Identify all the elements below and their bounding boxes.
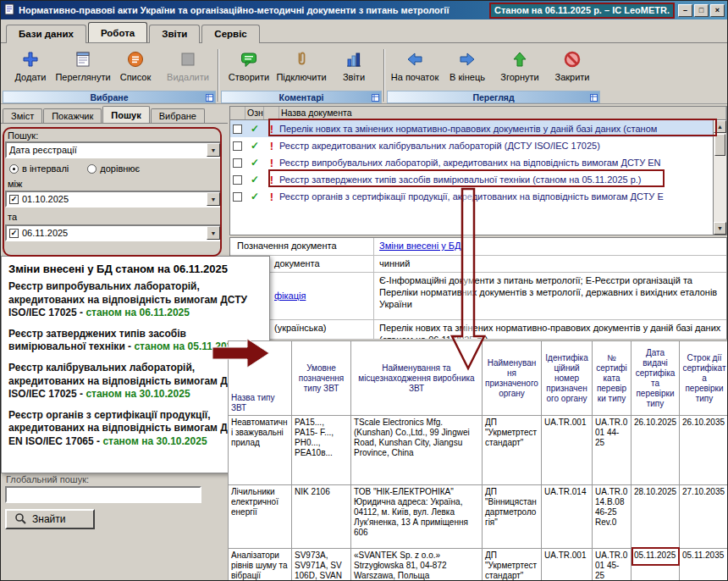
list-button[interactable]: Список: [110, 47, 161, 89]
type-table-row[interactable]: Неавтоматичні зважувальні прилад РА15...…: [229, 416, 728, 485]
ex-icon: [264, 140, 279, 152]
search-label: Пошук:: [8, 130, 38, 141]
check-icon: [245, 174, 264, 185]
document-row[interactable]: Реєстр затверджених типів засобів вимірю…: [230, 171, 713, 188]
window-controls: – □ ×: [678, 4, 725, 17]
cell-body-id: UA.TR.001: [542, 416, 593, 485]
delete-button[interactable]: Видалити: [163, 47, 213, 89]
group-caption-favorites: Вибране: [3, 91, 216, 103]
toolbar-group-comments: Створити Підключити Звіти Коментарі: [221, 46, 382, 103]
tab-service[interactable]: Сервіс: [201, 25, 259, 43]
type-table-header-row: Назва типу ЗВТ Умовне позначення типу ЗВ…: [229, 341, 728, 416]
no-entry-icon: [563, 50, 582, 70]
checkbox-checked-icon[interactable]: [9, 195, 19, 204]
document-row[interactable]: Реєстр випробувальних лабораторій, акред…: [230, 154, 713, 171]
grid-icon: [590, 93, 598, 103]
row-checkbox[interactable]: [233, 141, 242, 151]
app-window: Нормативно-правові акти України та орган…: [0, 0, 728, 581]
view-button[interactable]: Переглянути: [58, 47, 108, 89]
date-to-combo[interactable]: 06.11.2025: [5, 224, 222, 241]
row-checkbox[interactable]: [233, 125, 242, 134]
checkbox-checked-icon[interactable]: [9, 229, 19, 238]
go-start-button[interactable]: На початок: [389, 47, 440, 89]
close-db-button[interactable]: Закрити: [547, 47, 598, 89]
type-table-row[interactable]: Лічильники електричної енергії NIK 2106 …: [229, 485, 728, 549]
cell-manufacturer: ТОВ "НІК-ЕЛЕКТРОНІКА" Юридична адреса: У…: [351, 485, 483, 549]
tab-databases[interactable]: Бази даних: [6, 25, 86, 43]
cell-expiry-date: 26.10.2035: [680, 416, 728, 485]
type-table: Назва типу ЗВТ Умовне позначення типу ЗВ…: [228, 340, 728, 581]
add-button[interactable]: Додати: [5, 47, 56, 89]
cell-body-id: UA.TR.001: [542, 549, 593, 581]
tab-index[interactable]: Покажчик: [43, 108, 102, 124]
cell-body: ДП "Укрметртестстандарт": [483, 416, 542, 485]
window-title: Нормативно-правові акти України та орган…: [19, 5, 449, 15]
check-icon: [245, 123, 264, 135]
app-icon: [3, 3, 15, 17]
row-checkbox[interactable]: [233, 192, 242, 202]
cell-certificate: UA.TR.014.B.0846-25 Rev.0: [593, 485, 631, 549]
attach-button[interactable]: Підключити: [276, 47, 327, 89]
col-header-issue-date: Дата видачі сертифіката перевірки типу: [631, 341, 680, 416]
cell-type-name: Неавтоматичні зважувальні прилад: [229, 416, 292, 485]
radio-equals[interactable]: дорівнює: [87, 163, 140, 174]
scroll-thumb[interactable]: [714, 134, 725, 156]
group-caption-view: Перегляд: [387, 91, 600, 103]
tab-favorites[interactable]: Вибране: [151, 108, 205, 124]
entry-date: станом на 30.10.2025: [85, 388, 190, 400]
view-document-icon: [74, 50, 92, 70]
date-from-combo[interactable]: 01.10.2025: [5, 191, 222, 208]
type-table-row[interactable]: Аналізатори рівнів шуму та вібрації SV97…: [229, 549, 728, 581]
cell-issue-date: 28.10.2025: [631, 485, 680, 549]
document-row[interactable]: Перелік нових та змінених нормативно-пра…: [230, 120, 713, 137]
popup-entry: Реєстр затверджених типів засобів вимірю…: [8, 328, 262, 354]
tab-reports[interactable]: Звіти: [149, 25, 200, 43]
row-checkbox[interactable]: [233, 175, 242, 185]
tab-work[interactable]: Робота: [88, 22, 147, 42]
row-checkbox[interactable]: [233, 158, 242, 168]
changes-link[interactable]: Зміни внесені у БД: [379, 241, 461, 251]
column-flag-header: [264, 107, 279, 119]
detail-value: Перелік нових та змінених нормативно-пра…: [374, 320, 726, 340]
cell-expiry-date: 05.11.2035: [680, 549, 728, 581]
scrollbar[interactable]: [713, 120, 726, 235]
tab-search[interactable]: Пошук: [102, 106, 149, 123]
dropdown-arrow-icon[interactable]: [207, 143, 220, 157]
cell-designation: SV973A, SV971A, SV 106D, SVAN 958A: [292, 549, 351, 581]
scroll-up-icon[interactable]: [714, 120, 726, 133]
create-comment-button[interactable]: Створити: [223, 47, 274, 89]
document-title: Перелік нових та змінених нормативно-пра…: [279, 124, 713, 134]
dropdown-arrow-icon[interactable]: [207, 226, 220, 240]
entry-date: станом на 06.11.2025: [85, 307, 190, 318]
close-button[interactable]: ×: [710, 4, 725, 17]
global-search-input[interactable]: [5, 486, 201, 503]
ex-icon: [264, 191, 279, 203]
cell-expiry-date: 27.10.2035: [680, 485, 728, 549]
check-icon: [245, 140, 264, 152]
plus-icon: [21, 50, 40, 70]
document-row[interactable]: Реєстр акредитованих калібрувальних лабо…: [230, 137, 713, 154]
find-button[interactable]: Знайти: [5, 509, 95, 529]
col-header-body-id: Ідентифікаційний номер призначеного орга…: [542, 341, 593, 416]
grid-icon: [372, 93, 379, 103]
go-end-button[interactable]: В кінець: [442, 47, 493, 89]
radio-in-interval[interactable]: в інтервалі: [9, 163, 69, 174]
minimize-button[interactable]: –: [678, 4, 692, 17]
cell-issue-date: 26.10.2025: [631, 416, 680, 485]
cell-body: ДП "Вінницястандартметрологія": [483, 485, 542, 549]
date-to-value: 06.11.2025: [22, 228, 68, 238]
tab-contents[interactable]: Зміст: [3, 108, 42, 124]
document-row[interactable]: Реєстр органів з сертифікації продукції,…: [230, 188, 713, 205]
detail-row: фікація Є-Інформаційні документи з питан…: [230, 273, 726, 320]
col-header-body: Найменування призначеного органу: [483, 341, 542, 416]
cell-designation: РА15..., РА15- F..., РН0..., РЕА10в...: [292, 416, 351, 485]
navigation-tab-strip: Зміст Покажчик Пошук Вибране: [1, 106, 228, 123]
maximize-button[interactable]: □: [694, 4, 709, 17]
reports-button[interactable]: Звіти: [328, 47, 379, 89]
grid-icon: [206, 93, 213, 103]
dropdown-arrow-icon[interactable]: [207, 192, 220, 206]
scroll-down-icon[interactable]: [714, 222, 726, 235]
classification-link[interactable]: фікація: [274, 290, 306, 301]
search-criteria-combo[interactable]: Дата реєстрації: [5, 141, 222, 158]
collapse-button[interactable]: Згорнути: [494, 47, 545, 89]
